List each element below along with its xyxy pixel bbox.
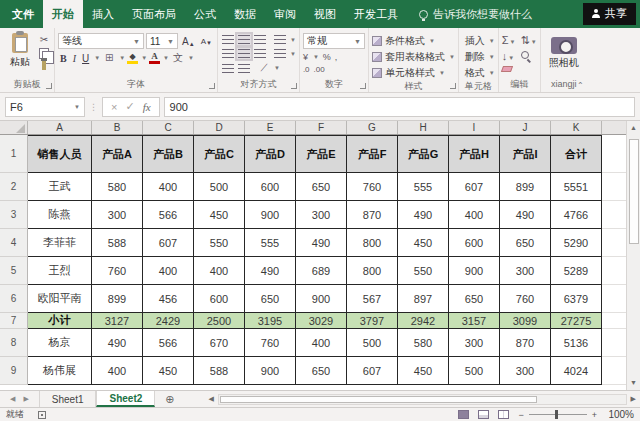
- column-header-C[interactable]: C: [143, 121, 194, 134]
- align-center-icon[interactable]: [237, 48, 251, 59]
- autosum-button[interactable]: Σ▼: [502, 34, 516, 46]
- font-dialog-launcher[interactable]: [209, 83, 215, 89]
- merge-center-icon[interactable]: [273, 34, 287, 45]
- cell-G1[interactable]: 产品F: [347, 135, 398, 173]
- vertical-scroll-thumb[interactable]: [629, 139, 639, 244]
- underline-button[interactable]: U: [80, 53, 91, 64]
- cell-C5[interactable]: 400: [143, 257, 194, 285]
- cell-D9[interactable]: 588: [194, 357, 245, 385]
- cell-K1[interactable]: 合计: [551, 135, 602, 173]
- cell-B1[interactable]: 产品A: [92, 135, 143, 173]
- cell-G9[interactable]: 607: [347, 357, 398, 385]
- cell-J9[interactable]: 300: [500, 357, 551, 385]
- borders-icon[interactable]: ⊞: [102, 52, 116, 64]
- chevron-down-icon[interactable]: ▼: [290, 51, 296, 57]
- align-right-icon[interactable]: [253, 48, 267, 59]
- zoom-out-icon[interactable]: −: [518, 410, 523, 420]
- scroll-down-icon[interactable]: ▼: [630, 376, 637, 390]
- vertical-scrollbar[interactable]: ▲ ▼: [626, 121, 640, 390]
- cell-J2[interactable]: 899: [500, 173, 551, 201]
- horizontal-scroll-thumb[interactable]: [220, 396, 537, 403]
- italic-button[interactable]: I: [71, 53, 78, 64]
- cell-E4[interactable]: 555: [245, 229, 296, 257]
- column-header-B[interactable]: B: [92, 121, 143, 134]
- cell-styles-button[interactable]: 单元格样式 ▼: [372, 65, 455, 80]
- row-header-2[interactable]: 2: [0, 173, 28, 201]
- row-header-9[interactable]: 9: [0, 357, 28, 385]
- cell-F5[interactable]: 689: [296, 257, 347, 285]
- cell-K8[interactable]: 5136: [551, 329, 602, 357]
- cell-F2[interactable]: 650: [296, 173, 347, 201]
- menu-tab-公式[interactable]: 公式: [185, 0, 225, 28]
- camera-button[interactable]: 照相机: [544, 31, 584, 70]
- cell-B3[interactable]: 300: [92, 201, 143, 229]
- column-header-F[interactable]: F: [296, 121, 347, 134]
- cell-C8[interactable]: 566: [143, 329, 194, 357]
- empty-cells[interactable]: [602, 173, 626, 201]
- empty-cells[interactable]: [602, 135, 626, 173]
- cell-G5[interactable]: 800: [347, 257, 398, 285]
- format-cells-button[interactable]: 格式 ▼: [462, 65, 495, 80]
- cell-K5[interactable]: 5289: [551, 257, 602, 285]
- add-sheet-button[interactable]: ⊕: [155, 391, 184, 407]
- zoom-level[interactable]: 100%: [606, 409, 634, 420]
- cell-H8[interactable]: 580: [398, 329, 449, 357]
- cell-C3[interactable]: 566: [143, 201, 194, 229]
- chevron-down-icon[interactable]: ▼: [163, 55, 169, 61]
- cell-F7[interactable]: 3029: [296, 313, 347, 329]
- insert-cells-button[interactable]: 插入 ▼: [462, 33, 495, 48]
- cell-J6[interactable]: 760: [500, 285, 551, 313]
- sheet-tab-Sheet1[interactable]: Sheet1: [39, 391, 97, 407]
- cell-E3[interactable]: 900: [245, 201, 296, 229]
- align-top-icon[interactable]: [221, 34, 235, 45]
- empty-cells[interactable]: [602, 257, 626, 285]
- decrease-decimal-icon[interactable]: .00: [314, 65, 325, 74]
- format-as-table-button[interactable]: 套用表格格式 ▼: [372, 49, 455, 64]
- sort-filter-button[interactable]: ⇅▼: [521, 34, 537, 47]
- cell-K7[interactable]: 27275: [551, 313, 602, 329]
- align-middle-icon[interactable]: [237, 34, 251, 45]
- cells-grid[interactable]: ABCDEFGHIJK 1销售人员产品A产品B产品C产品D产品E产品F产品G产品…: [0, 121, 626, 390]
- row-header-6[interactable]: 6: [0, 285, 28, 313]
- cell-C2[interactable]: 400: [143, 173, 194, 201]
- styles-dialog-launcher[interactable]: [450, 83, 456, 89]
- cell-K9[interactable]: 4024: [551, 357, 602, 385]
- cell-C1[interactable]: 产品B: [143, 135, 194, 173]
- menu-tab-审阅[interactable]: 审阅: [265, 0, 305, 28]
- scroll-up-icon[interactable]: ▲: [630, 121, 637, 135]
- cell-B8[interactable]: 490: [92, 329, 143, 357]
- cell-E5[interactable]: 490: [245, 257, 296, 285]
- cell-G7[interactable]: 3797: [347, 313, 398, 329]
- formula-input[interactable]: 900: [164, 97, 635, 117]
- number-format-combo[interactable]: 常规 ▼: [303, 33, 365, 49]
- chevron-down-icon[interactable]: ▼: [94, 55, 100, 61]
- page-layout-view-icon[interactable]: [478, 410, 489, 419]
- scroll-left-icon[interactable]: ◀: [205, 395, 218, 403]
- empty-cells[interactable]: [602, 229, 626, 257]
- fill-button[interactable]: ↓▼: [502, 50, 516, 62]
- cell-F6[interactable]: 900: [296, 285, 347, 313]
- cell-C9[interactable]: 450: [143, 357, 194, 385]
- align-left-icon[interactable]: [221, 48, 235, 59]
- cancel-icon[interactable]: ×: [111, 101, 117, 113]
- cell-B9[interactable]: 400: [92, 357, 143, 385]
- cell-E2[interactable]: 600: [245, 173, 296, 201]
- shrink-font-button[interactable]: A▼: [199, 37, 214, 46]
- cell-J4[interactable]: 650: [500, 229, 551, 257]
- delete-cells-button[interactable]: 删除 ▼: [462, 49, 495, 64]
- insert-function-icon[interactable]: fx: [143, 101, 151, 113]
- select-all-corner[interactable]: [0, 121, 28, 134]
- cell-I7[interactable]: 3157: [449, 313, 500, 329]
- cell-K3[interactable]: 4766: [551, 201, 602, 229]
- clipboard-dialog-launcher[interactable]: [46, 83, 52, 89]
- cell-B7[interactable]: 3127: [92, 313, 143, 329]
- cell-E7[interactable]: 3195: [245, 313, 296, 329]
- formula-bar-splitter[interactable]: ⋮: [89, 102, 98, 112]
- chevron-down-icon[interactable]: ▼: [313, 54, 319, 60]
- cell-I1[interactable]: 产品H: [449, 135, 500, 173]
- empty-cells[interactable]: [602, 201, 626, 229]
- chevron-down-icon[interactable]: ▼: [141, 55, 147, 61]
- horizontal-scrollbar[interactable]: ◀ ▶: [205, 391, 640, 407]
- menu-tab-数据[interactable]: 数据: [225, 0, 265, 28]
- paste-button[interactable]: 粘贴: [3, 31, 37, 69]
